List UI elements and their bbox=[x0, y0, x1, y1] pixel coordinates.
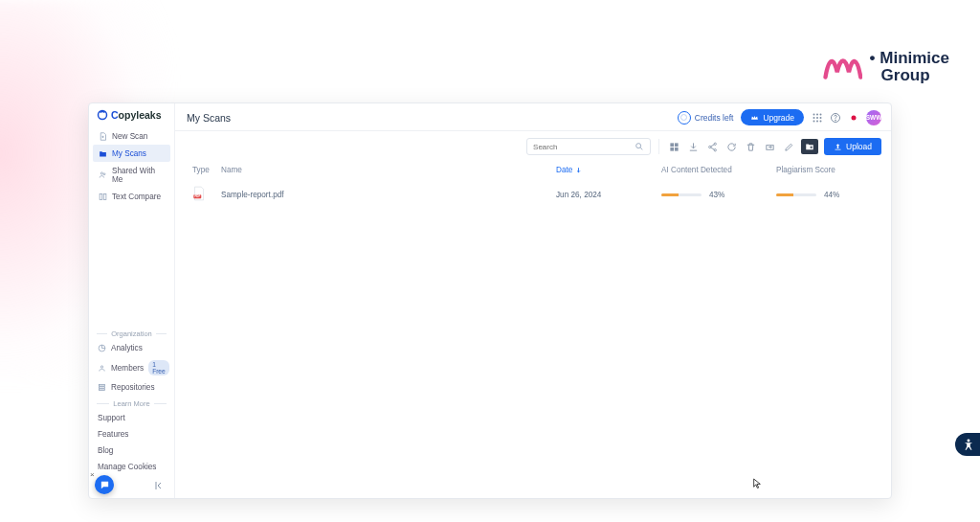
svg-point-18 bbox=[820, 120, 822, 122]
svg-point-15 bbox=[820, 117, 822, 119]
file-name: Sample-report.pdf bbox=[221, 191, 556, 199]
credits-indicator[interactable]: Credits left bbox=[678, 111, 734, 125]
svg-point-20 bbox=[835, 120, 836, 121]
credits-ring-icon bbox=[678, 111, 691, 125]
nav-label: Shared With Me bbox=[112, 167, 165, 184]
nav-label: New Scan bbox=[112, 132, 147, 141]
col-type[interactable]: Type bbox=[192, 166, 221, 174]
svg-point-12 bbox=[820, 113, 822, 115]
accessibility-widget[interactable] bbox=[955, 433, 980, 456]
learn-features[interactable]: Features bbox=[93, 426, 170, 443]
plag-bar bbox=[776, 193, 793, 196]
col-ai[interactable]: AI Content Detected bbox=[661, 166, 776, 174]
grid-view-icon[interactable] bbox=[667, 140, 680, 153]
col-date[interactable]: Date bbox=[556, 166, 661, 174]
chat-close[interactable]: × bbox=[90, 470, 95, 479]
main-panel: My Scans Credits left Upgrade SWW bbox=[175, 103, 891, 498]
svg-rect-25 bbox=[670, 147, 674, 150]
scan-table: Type Name Date AI Content Detected Plagi… bbox=[175, 162, 891, 209]
nav-my-scans[interactable]: My Scans bbox=[93, 145, 170, 162]
folder-icon bbox=[99, 149, 107, 158]
pdf-file-icon: PDF bbox=[192, 186, 206, 201]
plag-score: 44% bbox=[776, 191, 881, 199]
apps-grid-icon[interactable] bbox=[812, 112, 823, 124]
svg-point-13 bbox=[813, 117, 815, 119]
topbar: My Scans Credits left Upgrade SWW bbox=[175, 103, 891, 131]
section-organization: Organization bbox=[89, 326, 174, 340]
learn-support[interactable]: Support bbox=[93, 410, 170, 426]
svg-point-33 bbox=[968, 439, 970, 442]
watermark-line1: Minimice bbox=[880, 49, 949, 67]
share-icon[interactable] bbox=[705, 140, 719, 153]
users-icon bbox=[99, 170, 107, 179]
members-icon bbox=[98, 364, 106, 373]
search-input[interactable] bbox=[533, 143, 635, 151]
chat-launcher[interactable] bbox=[95, 475, 114, 494]
file-date: Jun 26, 2024 bbox=[556, 191, 661, 199]
svg-point-10 bbox=[813, 113, 815, 115]
svg-rect-30 bbox=[766, 145, 772, 149]
org-members[interactable]: Members 1 Free bbox=[93, 356, 170, 379]
delete-icon[interactable] bbox=[744, 140, 757, 153]
svg-rect-4 bbox=[103, 193, 106, 199]
cursor-icon bbox=[752, 478, 762, 491]
upload-button[interactable]: Upload bbox=[824, 138, 881, 155]
svg-point-21 bbox=[852, 115, 857, 120]
search-icon bbox=[635, 142, 644, 151]
crown-icon bbox=[750, 113, 759, 122]
svg-point-1 bbox=[100, 172, 102, 174]
brand-logo[interactable]: Copyleaks bbox=[89, 103, 174, 125]
upgrade-button[interactable]: Upgrade bbox=[741, 109, 804, 125]
svg-rect-3 bbox=[100, 193, 102, 199]
svg-point-6 bbox=[100, 365, 102, 367]
col-plag[interactable]: Plagiarism Score bbox=[776, 166, 881, 174]
repo-icon bbox=[98, 383, 106, 392]
ai-bar bbox=[661, 193, 679, 196]
col-name[interactable]: Name bbox=[221, 166, 556, 174]
learn-cookies[interactable]: Manage Cookies bbox=[93, 459, 170, 475]
watermark-logo: • Minimice Group bbox=[822, 50, 949, 84]
svg-rect-24 bbox=[675, 143, 679, 147]
edit-icon[interactable] bbox=[782, 140, 795, 153]
org-repositories[interactable]: Repositories bbox=[93, 379, 170, 396]
svg-point-14 bbox=[816, 117, 818, 119]
refresh-icon[interactable] bbox=[724, 140, 738, 153]
ai-score: 43% bbox=[661, 191, 776, 199]
accessibility-icon bbox=[962, 438, 975, 451]
org-analytics[interactable]: Analytics bbox=[93, 340, 170, 356]
brand-mark-icon bbox=[97, 109, 108, 121]
svg-text:PDF: PDF bbox=[194, 194, 200, 198]
new-folder-icon[interactable] bbox=[801, 139, 818, 154]
members-free-pill: 1 Free bbox=[148, 360, 169, 375]
move-icon[interactable] bbox=[763, 140, 776, 153]
nav-list: New Scan My Scans Shared With Me Text Co… bbox=[89, 125, 174, 207]
toolbar: Upload bbox=[175, 131, 891, 162]
svg-point-16 bbox=[813, 120, 815, 122]
notifications-icon[interactable] bbox=[848, 112, 859, 124]
table-row[interactable]: PDF Sample-report.pdf Jun 26, 2024 43% 4… bbox=[192, 180, 881, 209]
upload-icon bbox=[834, 143, 842, 151]
nav-text-compare[interactable]: Text Compare bbox=[93, 188, 170, 205]
avatar[interactable]: SWW bbox=[866, 110, 881, 125]
svg-rect-7 bbox=[100, 385, 105, 387]
sidebar: Copyleaks New Scan My Scans Shared With … bbox=[89, 103, 175, 498]
help-icon[interactable] bbox=[830, 112, 841, 124]
nav-new-scan[interactable]: New Scan bbox=[93, 127, 170, 145]
download-icon[interactable] bbox=[686, 140, 700, 153]
file-plus-icon bbox=[99, 132, 107, 141]
table-header: Type Name Date AI Content Detected Plagi… bbox=[192, 162, 881, 180]
learn-blog[interactable]: Blog bbox=[93, 443, 170, 459]
svg-rect-8 bbox=[100, 387, 105, 389]
svg-point-17 bbox=[816, 120, 818, 122]
svg-rect-26 bbox=[675, 147, 679, 150]
page-title: My Scans bbox=[187, 112, 670, 124]
svg-point-2 bbox=[103, 173, 105, 175]
nav-label: Text Compare bbox=[112, 193, 161, 201]
svg-rect-9 bbox=[100, 389, 105, 391]
nav-shared[interactable]: Shared With Me bbox=[93, 162, 170, 188]
search-box[interactable] bbox=[526, 138, 651, 155]
svg-point-11 bbox=[816, 113, 818, 115]
compare-icon bbox=[99, 193, 107, 201]
file-type-cell: PDF bbox=[192, 186, 221, 203]
collapse-sidebar-icon[interactable] bbox=[153, 479, 167, 492]
